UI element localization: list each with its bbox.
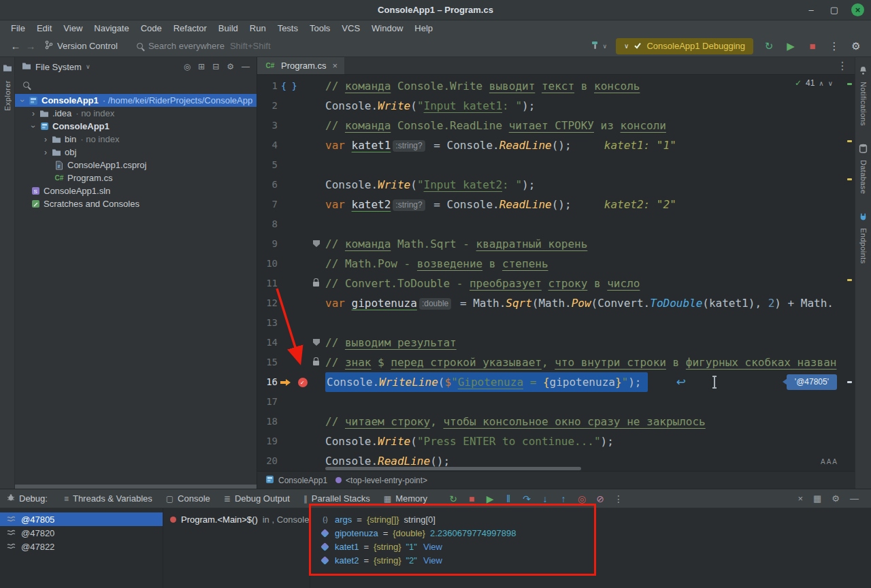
expand-all-icon[interactable]: ⊞ bbox=[198, 62, 205, 71]
editor-line-11[interactable]: 11// Convert.ToDouble - преобразует стро… bbox=[257, 274, 855, 293]
editor-line-10[interactable]: 10// Math.Pow - возведение в степень bbox=[257, 254, 855, 274]
tree-item-consoleapp1[interactable]: ›ConsoleApp1 bbox=[15, 120, 257, 133]
editor-gutter[interactable] bbox=[278, 431, 325, 451]
next-issue-icon[interactable]: ∨ bbox=[828, 80, 833, 87]
tree-item-scratches-and-consoles[interactable]: Scratches and Consoles bbox=[15, 197, 257, 210]
scrollbar-mark[interactable] bbox=[847, 381, 852, 383]
minimize-button[interactable]: – bbox=[805, 5, 817, 15]
scrollbar-mark[interactable] bbox=[847, 279, 852, 281]
menu-view[interactable]: View bbox=[58, 22, 88, 34]
menu-build[interactable]: Build bbox=[213, 22, 244, 34]
fold-marker-icon[interactable] bbox=[313, 339, 320, 346]
editor-gutter[interactable] bbox=[278, 293, 325, 313]
pause-icon[interactable]: ‖ bbox=[500, 493, 516, 504]
breadcrumb-item-top-level-entry-point[interactable]: <top-level-entry-point> bbox=[335, 476, 427, 485]
editor-line-15[interactable]: 15// знак $ перед строкой указывает, что… bbox=[257, 353, 855, 372]
chevron-down-icon[interactable]: ∨ bbox=[86, 63, 91, 70]
editor-line-8[interactable]: 8 bbox=[257, 214, 855, 234]
editor-line-14[interactable]: 14// выводим результат bbox=[257, 333, 855, 353]
editor-line-6[interactable]: 6Console.Write("Input katet2: "); bbox=[257, 175, 855, 195]
variable-row-katet1[interactable]: katet1={string}"1"View bbox=[310, 540, 871, 553]
menu-window[interactable]: Window bbox=[366, 22, 408, 34]
collapse-all-icon[interactable]: ⊟ bbox=[212, 62, 219, 71]
editor-line-9[interactable]: 9// команда Math.Sqrt - квадратный корен… bbox=[257, 234, 855, 254]
editor-gutter[interactable] bbox=[278, 155, 325, 175]
scrollbar-mark[interactable] bbox=[847, 83, 852, 85]
tab-program-cs[interactable]: C# Program.cs × bbox=[257, 57, 344, 74]
explorer-view-title[interactable]: File System bbox=[35, 62, 82, 72]
tree-item-consoleapp1-csproj[interactable]: #ConsoleApp1.csproj bbox=[15, 159, 257, 172]
chevron-right-icon[interactable]: › bbox=[41, 135, 50, 144]
editor-line-16[interactable]: 16Console.WriteLine($"Gipotenuza = {gipo… bbox=[257, 372, 855, 392]
menu-help[interactable]: Help bbox=[409, 22, 438, 34]
breakpoint-icon[interactable] bbox=[298, 378, 308, 387]
editor-gutter[interactable]: { } bbox=[278, 76, 325, 96]
editor-gutter[interactable] bbox=[278, 333, 325, 353]
thread-item[interactable]: @47820 bbox=[0, 526, 163, 540]
stack-frame[interactable]: Program.<Main>$() in , Console… bbox=[163, 512, 310, 526]
code-area[interactable]: 1{ }// команда Console.Write выводит тек… bbox=[257, 75, 855, 471]
editor-gutter[interactable] bbox=[278, 313, 325, 333]
step-over-icon[interactable]: ↷ bbox=[519, 493, 535, 504]
hide-icon[interactable]: — bbox=[850, 493, 859, 504]
settings-icon[interactable]: ⚙ bbox=[849, 40, 863, 52]
error-stripe[interactable] bbox=[845, 75, 855, 471]
tab-threads-variables[interactable]: ≡Threads & Variables bbox=[57, 489, 159, 508]
view-breakpoints-icon[interactable]: ◎ bbox=[574, 493, 590, 504]
editor-gutter[interactable] bbox=[278, 135, 325, 155]
tree-item-bin[interactable]: ›bin· no index bbox=[15, 133, 257, 146]
editor-gutter[interactable] bbox=[278, 254, 325, 274]
variable-row-args[interactable]: (∙)args={string[]}string[0] bbox=[310, 512, 871, 526]
editor-line-5[interactable]: 5 bbox=[257, 155, 855, 175]
editor-gutter[interactable] bbox=[278, 214, 325, 234]
fold-marker-icon[interactable] bbox=[313, 240, 320, 247]
tree-item-consoleapp1[interactable]: ›ConsoleApp1· /home/kei/RiderProjects/Co… bbox=[15, 94, 257, 107]
menu-tests[interactable]: Tests bbox=[272, 22, 303, 34]
explorer-scrollbar[interactable] bbox=[15, 485, 257, 489]
back-icon[interactable]: ← bbox=[8, 40, 23, 52]
more-icon[interactable]: ⋮ bbox=[610, 493, 627, 504]
menu-code[interactable]: Code bbox=[135, 22, 167, 34]
editor-gutter[interactable] bbox=[278, 96, 325, 116]
close-icon[interactable]: × bbox=[798, 493, 803, 504]
editor-line-19[interactable]: 19Console.Write("Press ENTER to continue… bbox=[257, 431, 855, 451]
chevron-down-icon[interactable]: › bbox=[29, 122, 38, 131]
editor-line-1[interactable]: 1{ }// команда Console.Write выводит тек… bbox=[257, 76, 855, 96]
editor-gutter[interactable] bbox=[278, 274, 325, 293]
menu-vcs[interactable]: VCS bbox=[336, 22, 365, 34]
version-control-widget[interactable]: Version Control bbox=[45, 40, 118, 52]
settings-icon[interactable]: ⚙ bbox=[832, 493, 840, 504]
options-icon[interactable]: ⚙ bbox=[227, 62, 234, 71]
stop-icon[interactable]: ■ bbox=[463, 493, 480, 504]
close-button[interactable]: × bbox=[851, 3, 864, 16]
view-link[interactable]: View bbox=[423, 542, 442, 552]
chevron-down-icon[interactable]: › bbox=[18, 96, 27, 105]
stop-icon[interactable]: ■ bbox=[806, 40, 819, 52]
tree-item-program-cs[interactable]: C#Program.cs bbox=[15, 172, 257, 184]
explorer-search[interactable] bbox=[15, 76, 257, 93]
editor-gutter[interactable] bbox=[278, 116, 325, 135]
explorer-strip-label[interactable]: Explorer bbox=[3, 80, 12, 111]
tool-strip-notifications[interactable]: Notifications bbox=[859, 65, 868, 126]
explorer-icon[interactable] bbox=[3, 63, 12, 75]
hide-icon[interactable]: — bbox=[242, 62, 250, 71]
editor-gutter[interactable] bbox=[278, 175, 325, 195]
build-hammer-icon[interactable]: ∨ bbox=[591, 40, 608, 52]
editor-gutter[interactable] bbox=[278, 353, 325, 372]
rerun-debug-icon[interactable]: ↻ bbox=[445, 493, 461, 504]
debug-tool-window-label[interactable]: Debug: bbox=[7, 493, 48, 504]
chevron-right-icon[interactable]: › bbox=[41, 148, 50, 157]
editor-line-18[interactable]: 18// читаем строку, чтобы консольное окн… bbox=[257, 412, 855, 431]
editor-gutter[interactable] bbox=[278, 412, 325, 431]
menu-edit[interactable]: Edit bbox=[31, 22, 57, 34]
search-everywhere[interactable]: Search everywhere Shift+Shift bbox=[137, 41, 271, 51]
tree-item-consoleapp1-sln[interactable]: SConsoleApp1.sln bbox=[15, 184, 257, 197]
run-config-chip[interactable]: ∨ ConsoleApp1 Debugging bbox=[616, 38, 753, 54]
mute-breakpoints-icon[interactable]: ⊘ bbox=[592, 493, 608, 504]
menu-refactor[interactable]: Refactor bbox=[168, 22, 212, 34]
editor-gutter[interactable] bbox=[278, 234, 325, 254]
variable-row-katet2[interactable]: katet2={string}"2"View bbox=[310, 553, 871, 567]
editor-line-13[interactable]: 13 bbox=[257, 313, 855, 333]
tab-memory[interactable]: ▦Memory bbox=[377, 489, 434, 508]
jump-to-source-icon[interactable]: ↩ bbox=[676, 372, 686, 392]
